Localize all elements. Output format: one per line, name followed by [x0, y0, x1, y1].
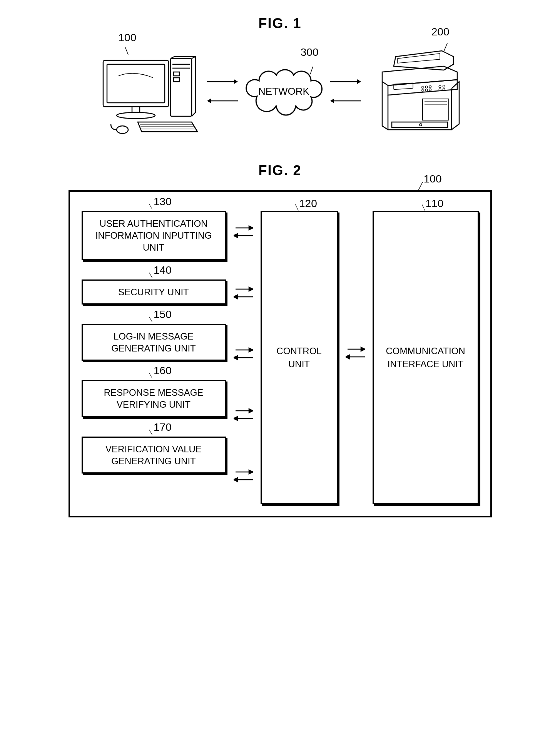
svg-marker-17 — [357, 79, 361, 84]
network-ref-label: 300 — [301, 46, 319, 59]
unit-ref-140: 140 — [154, 264, 172, 276]
figure-1-title: FIG. 1 — [69, 15, 492, 32]
arrows-right — [330, 78, 361, 105]
svg-point-27 — [429, 89, 431, 91]
svg-marker-57 — [234, 478, 237, 482]
svg-rect-5 — [103, 60, 169, 107]
svg-marker-14 — [207, 99, 211, 103]
figure-2-outer-ref: 100 — [424, 173, 442, 185]
svg-marker-39 — [249, 226, 253, 230]
unit-ref-170: 170 — [154, 421, 172, 433]
svg-marker-41 — [234, 234, 237, 238]
svg-point-25 — [421, 89, 424, 92]
svg-point-7 — [117, 112, 155, 119]
svg-marker-43 — [249, 287, 253, 291]
unit-ref-160: 160 — [154, 365, 172, 377]
bidirectional-arrow-icon — [234, 401, 253, 428]
svg-point-28 — [439, 85, 441, 88]
printer-device: 200 — [365, 43, 465, 139]
svg-marker-53 — [234, 417, 237, 420]
security-unit-box: SECURITY UNIT — [82, 279, 226, 305]
control-ref-label: 120 — [299, 196, 317, 211]
computer-icon — [95, 47, 203, 136]
svg-marker-49 — [234, 356, 237, 360]
login-msg-unit-box: LOG-IN MESSAGE GENERATING UNIT — [82, 324, 226, 361]
svg-point-22 — [421, 86, 424, 89]
connectors-left — [234, 203, 253, 504]
svg-marker-61 — [346, 355, 349, 359]
figure-2: FIG. 2 100 130 USER AUTHENTICATION INFOR… — [69, 162, 492, 517]
svg-rect-0 — [171, 59, 192, 116]
arrow-left-icon — [207, 97, 238, 105]
control-unit-label: CONTROL UNIT — [266, 345, 333, 370]
svg-point-26 — [425, 89, 428, 91]
svg-rect-6 — [107, 64, 165, 103]
svg-point-29 — [443, 85, 445, 87]
left-units-column: 130 USER AUTHENTICATION INFORMATION INPU… — [82, 203, 226, 504]
unit-wrapper: 130 USER AUTHENTICATION INFORMATION INPU… — [82, 211, 226, 260]
network-label: NETWORK — [258, 85, 309, 97]
arrows-left — [207, 78, 238, 105]
unit-ref-150: 150 — [154, 308, 172, 321]
svg-marker-51 — [249, 409, 253, 413]
arrow-left-icon — [330, 97, 361, 105]
svg-rect-32 — [423, 99, 449, 120]
computer-device: 100 — [95, 47, 203, 136]
figure-2-block-diagram: 130 USER AUTHENTICATION INFORMATION INPU… — [69, 190, 492, 517]
computer-ref-label: 100 — [119, 32, 137, 44]
arrow-right-icon — [330, 78, 361, 85]
svg-point-11 — [117, 126, 128, 134]
verification-value-unit-box: VERIFICATION VALUE GENERATING UNIT — [82, 437, 226, 474]
svg-rect-3 — [174, 72, 179, 76]
unit-ref-130: 130 — [154, 196, 172, 208]
unit-wrapper: 170 VERIFICATION VALUE GENERATING UNIT — [82, 437, 226, 474]
unit-wrapper: 160 RESPONSE MESSAGE VERIFYING UNIT — [82, 380, 226, 417]
comm-ref-label: 110 — [426, 196, 444, 211]
svg-marker-13 — [234, 79, 238, 84]
figure-1: FIG. 1 100 — [69, 15, 492, 139]
response-verify-unit-box: RESPONSE MESSAGE VERIFYING UNIT — [82, 380, 226, 417]
unit-wrapper: 150 LOG-IN MESSAGE GENERATING UNIT — [82, 324, 226, 361]
arrow-right-icon — [207, 78, 238, 85]
control-unit-box: 120 CONTROL UNIT — [261, 211, 338, 504]
network-cloud: 300 NETWORK — [242, 64, 326, 119]
svg-marker-59 — [361, 347, 365, 351]
figure-1-diagram: 100 — [69, 43, 492, 139]
printer-icon — [365, 43, 465, 139]
svg-marker-55 — [249, 470, 253, 474]
svg-marker-47 — [249, 348, 253, 352]
bidirectional-arrow-icon — [234, 279, 253, 306]
svg-point-24 — [429, 85, 431, 88]
user-auth-unit-box: USER AUTHENTICATION INFORMATION INPUTTIN… — [82, 211, 226, 260]
printer-ref-label: 200 — [431, 26, 450, 38]
unit-wrapper: 140 SECURITY UNIT — [82, 279, 226, 305]
svg-marker-45 — [234, 295, 237, 299]
svg-rect-4 — [174, 78, 179, 82]
connector-center — [346, 343, 365, 364]
comm-unit-label: COMMUNICATION INTERFACE UNIT — [378, 345, 474, 370]
bidirectional-arrow-icon — [234, 340, 253, 367]
communication-interface-box: 110 COMMUNICATION INTERFACE UNIT — [373, 211, 479, 504]
svg-point-23 — [425, 86, 428, 88]
bidirectional-arrow-icon — [346, 343, 365, 363]
svg-point-36 — [420, 124, 422, 126]
bidirectional-arrow-icon — [234, 462, 253, 489]
bidirectional-arrow-icon — [234, 218, 253, 245]
svg-marker-18 — [330, 99, 334, 103]
